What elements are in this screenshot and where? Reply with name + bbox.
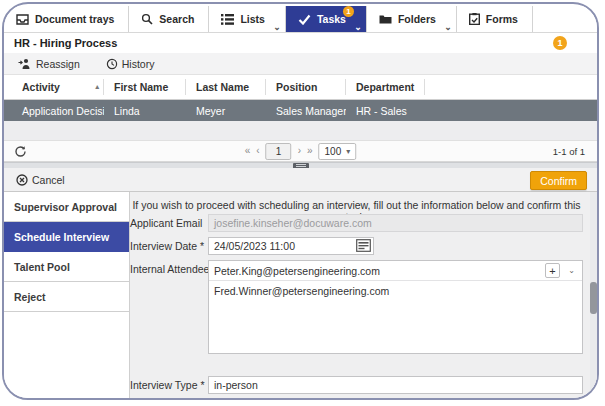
attendees-expand-chevron-icon[interactable]: ⌄ (564, 263, 579, 278)
address-field[interactable]: Planegger Str. 1, 82110 Germering, Germa… (208, 398, 583, 400)
nav-tasks[interactable]: Tasks 1 ⌄ (286, 6, 367, 32)
pagination-bar: « ‹ 1 › » 100 ▾ 1-1 of 1 (4, 141, 597, 162)
chevron-down-icon: ▾ (346, 147, 350, 156)
cell-department: HR - Sales (346, 105, 425, 117)
form-action-bar: Cancel Confirm (4, 168, 597, 192)
attendee-item[interactable]: Fred.Winner@petersengineering.com (209, 281, 582, 301)
cell-position: Sales Manager (266, 105, 346, 117)
clipboard-check-icon (469, 13, 480, 25)
interview-date-field[interactable]: 24/05/2023 11:00 (208, 237, 374, 255)
nav-document-trays[interactable]: Document trays (4, 6, 129, 32)
decision-reject[interactable]: Reject (4, 282, 129, 312)
decision-supervisor-approval[interactable]: Supervisor Approval (4, 192, 129, 222)
document-tray-icon (16, 14, 29, 25)
chevron-down-icon[interactable]: ⌄ (444, 23, 452, 32)
decision-talent-pool[interactable]: Talent Pool (4, 252, 129, 282)
nav-label: Forms (486, 13, 518, 25)
cancel-button[interactable]: Cancel (16, 174, 65, 186)
current-page-input[interactable]: 1 (266, 143, 292, 160)
history-label: History (122, 58, 155, 70)
cell-first-name: Linda (104, 105, 186, 117)
last-page-button[interactable]: » (307, 146, 313, 156)
nav-label: Folders (398, 13, 436, 25)
prev-page-button[interactable]: ‹ (256, 146, 259, 156)
nav-label: Search (159, 13, 194, 25)
decision-sidebar: Supervisor Approval Schedule Interview T… (4, 192, 130, 398)
column-header-empty (425, 79, 597, 95)
nav-label: Lists (240, 13, 265, 25)
interview-type-label: Interview Type * (130, 376, 208, 394)
chevron-down-icon[interactable]: ⌄ (273, 23, 281, 32)
task-count-badge: 1 (553, 36, 567, 50)
history-button[interactable]: History (106, 58, 155, 70)
task-form: If you wish to proceed with scheduling a… (130, 192, 597, 398)
confirm-button[interactable]: Confirm (530, 171, 587, 190)
column-header-department[interactable]: Department (346, 79, 425, 95)
cancel-circle-x-icon (16, 174, 28, 186)
column-header-activity[interactable]: Activity ▴ (4, 79, 104, 95)
calendar-icon[interactable] (356, 239, 371, 252)
table-row[interactable]: Application Decision Linda Meyer Sales M… (4, 100, 597, 121)
check-icon (298, 14, 311, 25)
refresh-icon[interactable] (14, 145, 27, 158)
task-detail-pane: Supervisor Approval Schedule Interview T… (4, 192, 597, 398)
nav-lists[interactable]: Lists ⌄ (209, 6, 286, 32)
browser-frame: Document trays Search Lists ⌄ (2, 2, 599, 400)
attendee-item[interactable]: Peter.King@petersengineering.com + ⌄ (209, 261, 582, 281)
list-icon (221, 14, 234, 25)
address-label: Address (130, 398, 208, 400)
nav-label: Tasks (317, 13, 346, 25)
nav-label: Document trays (35, 13, 114, 25)
applicant-email-label: Applicant Email (130, 214, 208, 232)
process-header: HR - Hiring Process 1 (4, 33, 597, 53)
form-scrollbar[interactable] (590, 192, 597, 398)
tasks-count-badge: 1 (343, 6, 354, 17)
app-window: Document trays Search Lists ⌄ (0, 0, 605, 406)
main-toolbar: Document trays Search Lists ⌄ (4, 6, 597, 33)
task-action-toolbar: Reassign History (4, 53, 597, 75)
applicant-email-field: josefine.kinseher@docuware.com (208, 214, 583, 232)
nav-folders[interactable]: Folders ⌄ (367, 6, 457, 32)
cell-activity: Application Decision (4, 105, 104, 117)
column-header-first-name[interactable]: First Name (104, 79, 186, 95)
reassign-person-icon (18, 58, 32, 69)
first-page-button[interactable]: « (245, 146, 251, 156)
decision-schedule-interview[interactable]: Schedule Interview (4, 222, 129, 252)
result-range-label: 1-1 of 1 (553, 146, 585, 157)
cancel-label: Cancel (32, 174, 65, 186)
nav-forms[interactable]: Forms (457, 6, 533, 32)
pagination-controls: « ‹ 1 › » 100 ▾ (245, 143, 357, 160)
chevron-down-icon[interactable]: ⌄ (354, 23, 362, 32)
cell-last-name: Meyer (186, 105, 266, 117)
search-icon (141, 13, 153, 25)
folder-icon (379, 14, 392, 25)
column-header-position[interactable]: Position (266, 79, 346, 95)
page-title: HR - Hiring Process (4, 37, 117, 49)
sort-asc-icon: ▴ (95, 79, 99, 95)
scrollbar-thumb[interactable] (590, 282, 597, 314)
nav-search[interactable]: Search (129, 6, 209, 32)
empty-list-area (4, 121, 597, 141)
internal-attendees-label: Internal Attendees * (130, 260, 208, 354)
add-attendee-button[interactable]: + (545, 263, 560, 278)
reassign-button[interactable]: Reassign (18, 58, 80, 70)
interview-date-label: Interview Date * (130, 237, 208, 255)
column-header-last-name[interactable]: Last Name (186, 79, 266, 95)
interview-type-field[interactable]: in-person (208, 376, 583, 394)
history-clock-icon (106, 58, 118, 70)
reassign-label: Reassign (36, 58, 80, 70)
page-size-select[interactable]: 100 ▾ (319, 143, 357, 160)
internal-attendees-list[interactable]: Peter.King@petersengineering.com + ⌄ Fre… (208, 260, 583, 354)
task-list-header: Activity ▴ First Name Last Name Position… (4, 75, 597, 100)
next-page-button[interactable]: › (298, 146, 301, 156)
